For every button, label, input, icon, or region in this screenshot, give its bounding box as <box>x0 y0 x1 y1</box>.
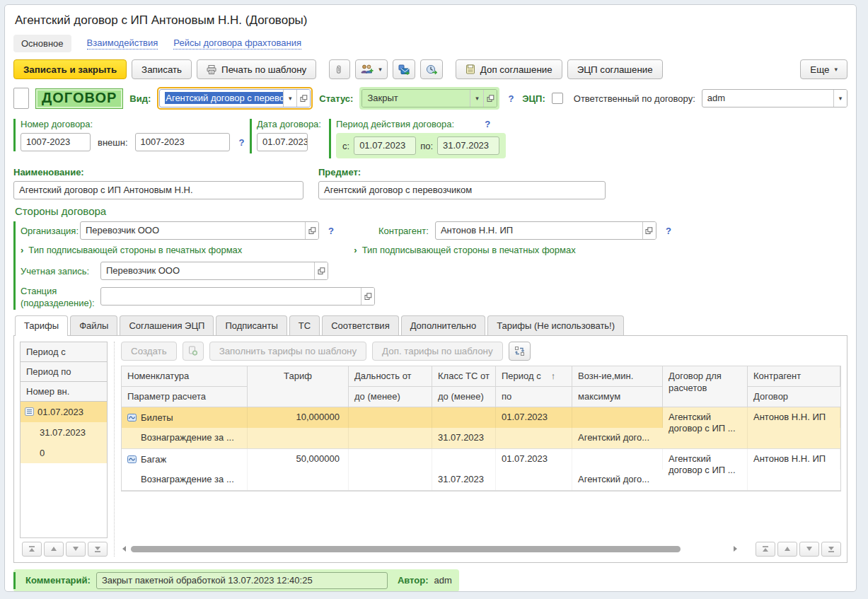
col-calc-param[interactable]: Параметр расчета <box>122 387 248 407</box>
scroll-top-button[interactable] <box>756 542 775 557</box>
attach-file-button[interactable] <box>329 59 350 79</box>
contract-number-field[interactable]: 1007-2023 <box>21 133 91 151</box>
col-settlement-contract[interactable]: Договор для расчетов <box>663 366 748 407</box>
more-button[interactable]: Еще ▾ <box>800 59 847 79</box>
responsible-dropdown-button[interactable]: ▾ <box>833 90 847 107</box>
cell-distance-from[interactable] <box>349 449 432 470</box>
cell-calc-param[interactable]: Вознаграждение за ... <box>122 428 248 448</box>
col-reward-max[interactable]: максимум <box>572 387 663 407</box>
history-button[interactable] <box>420 59 443 79</box>
cell-tariff[interactable]: 50,000000 <box>248 449 349 470</box>
cell-distance-to[interactable] <box>248 470 349 490</box>
col-period-to[interactable]: по <box>496 387 572 407</box>
col-contract[interactable]: Договор <box>748 387 840 407</box>
responsible-field[interactable]: adm <box>702 90 833 107</box>
tab-signers[interactable]: Подписанты <box>216 315 287 335</box>
add-participants-button[interactable]: ▾ <box>355 59 388 79</box>
cell-vehicle-class-from[interactable] <box>432 407 496 428</box>
scroll-top-button[interactable] <box>22 542 42 557</box>
send-email-button[interactable] <box>393 59 415 79</box>
contract-date-field[interactable]: 01.07.2023 <box>257 133 308 151</box>
period-row-number[interactable]: 0 <box>21 443 107 463</box>
cell-vehicle-class-to[interactable] <box>349 428 432 448</box>
organization-open-button[interactable] <box>305 222 318 239</box>
counterparty-help-icon[interactable]: ? <box>664 226 673 236</box>
cell-nomenclature[interactable]: Билеты <box>122 407 248 428</box>
period-row-to[interactable]: 31.07.2023 <box>21 422 107 443</box>
col-reward-min[interactable]: Возн-ие,мин. <box>572 366 663 387</box>
cell-reward-min[interactable] <box>572 449 663 470</box>
status-open-button[interactable] <box>483 90 497 107</box>
status-field[interactable]: Закрыт <box>362 90 470 107</box>
col-distance-to[interactable]: до (менее) <box>349 387 432 407</box>
col-vehicle-class-to[interactable]: до (менее) <box>432 387 496 407</box>
cell-distance-to[interactable] <box>248 428 349 448</box>
account-field[interactable]: Перевозчик ООО <box>101 262 314 279</box>
splitter[interactable] <box>108 342 115 557</box>
validity-to-field[interactable]: 31.07.2023 <box>437 136 499 155</box>
scroll-up-button[interactable] <box>44 542 64 557</box>
col-period-from[interactable]: Период с↑ <box>496 366 572 387</box>
periods-col-number[interactable]: Номер вн. <box>21 382 107 402</box>
tab-tariffs-deprecated[interactable]: Тарифы (Не использовать!) <box>487 315 624 335</box>
fill-tariffs-by-template-button[interactable]: Заполнить тарифы по шаблону <box>209 342 366 361</box>
create-button[interactable]: Создать <box>121 342 177 361</box>
cell-period-from[interactable]: 01.07.2023 <box>496 449 572 470</box>
cell-settlement-contract[interactable]: Агентский договор с ИП ... <box>663 449 748 490</box>
counterparty-open-button[interactable] <box>642 222 656 239</box>
status-dropdown-button[interactable]: ▾ <box>470 90 483 107</box>
col-counterparty[interactable]: Контрагент <box>748 366 840 387</box>
cell-distance-from[interactable] <box>349 407 432 428</box>
dop-tariffs-by-template-button[interactable]: Доп. тарифы по шаблону <box>372 342 503 361</box>
cell-contract[interactable]: Агентский дого... <box>572 428 663 448</box>
scroll-right-icon[interactable] <box>733 545 739 552</box>
comment-field[interactable]: Закрыт пакетной обработкой 13.07.2023 12… <box>96 572 388 589</box>
table-row-tickets[interactable]: Билеты 10,000000 01.07.2023 Агентский до… <box>122 407 840 449</box>
subject-field[interactable]: Агентский договор с перевозчиком <box>318 181 606 199</box>
tab-additional[interactable]: Дополнительно <box>401 315 486 335</box>
nav-tab-charter-trips[interactable]: Рейсы договора фрахтования <box>173 37 301 50</box>
cell-reward-max[interactable] <box>496 428 572 448</box>
kind-dropdown-button[interactable]: ▾ <box>283 90 296 107</box>
save-button[interactable]: Записать <box>132 59 192 79</box>
copy-button[interactable] <box>183 342 204 361</box>
save-and-close-button[interactable]: Записать и закрыть <box>13 59 127 79</box>
contract-flag-checkbox[interactable] <box>13 88 29 109</box>
col-nomenclature[interactable]: Номенклатура <box>122 366 248 387</box>
status-help-icon[interactable]: ? <box>506 93 516 104</box>
scroll-down-button[interactable] <box>799 542 819 557</box>
print-by-template-button[interactable]: Печать по шаблону <box>197 59 316 79</box>
cell-reward-max[interactable] <box>496 470 572 490</box>
scroll-left-icon[interactable] <box>121 545 127 552</box>
tab-vehicles[interactable]: ТС <box>289 315 320 335</box>
cell-settlement-contract[interactable]: Агентский договор с ИП ... <box>663 407 748 448</box>
tab-files[interactable]: Файлы <box>70 315 117 335</box>
organization-field[interactable]: Перевозчик ООО <box>81 222 305 239</box>
counterparty-signer-type-link[interactable]: › Тип подписывающей стороны в печатных ф… <box>354 245 575 255</box>
cell-period-to[interactable]: 31.07.2023 <box>432 470 496 490</box>
cell-period-from[interactable]: 01.07.2023 <box>496 407 572 428</box>
col-tariff[interactable]: Тариф <box>248 366 349 407</box>
tab-correspondences[interactable]: Соответствия <box>322 315 399 335</box>
periods-col-from[interactable]: Период с <box>21 342 107 362</box>
cell-vehicle-class-from[interactable] <box>432 449 496 470</box>
horizontal-scrollbar[interactable] <box>131 545 729 554</box>
scroll-bottom-button[interactable] <box>88 542 108 557</box>
scrollbar-thumb[interactable] <box>131 546 681 552</box>
counterparty-field[interactable]: Антонов Н.Н. ИП <box>436 222 642 239</box>
refresh-swap-button[interactable] <box>509 342 531 361</box>
cell-counterparty[interactable]: Антонов Н.Н. ИП <box>748 407 840 428</box>
account-open-button[interactable] <box>314 262 328 279</box>
cell-calc-param[interactable]: Вознаграждение за ... <box>122 470 248 490</box>
scroll-down-button[interactable] <box>66 542 86 557</box>
name-field[interactable]: Агентский договор с ИП Антоновым Н.Н. <box>13 181 303 199</box>
kind-open-button[interactable] <box>296 90 310 107</box>
dop-agreement-button[interactable]: Доп соглашение <box>456 59 562 79</box>
periods-col-to[interactable]: Период по <box>21 362 107 382</box>
cell-reward-min[interactable] <box>572 407 663 428</box>
ecp-agreement-button[interactable]: ЭЦП соглашение <box>567 59 663 79</box>
station-field[interactable] <box>101 288 361 305</box>
cell-contract[interactable]: Агентский дого... <box>572 470 663 490</box>
validity-help-icon[interactable]: ? <box>482 119 492 129</box>
nav-tab-interactions[interactable]: Взаимодействия <box>87 37 158 50</box>
